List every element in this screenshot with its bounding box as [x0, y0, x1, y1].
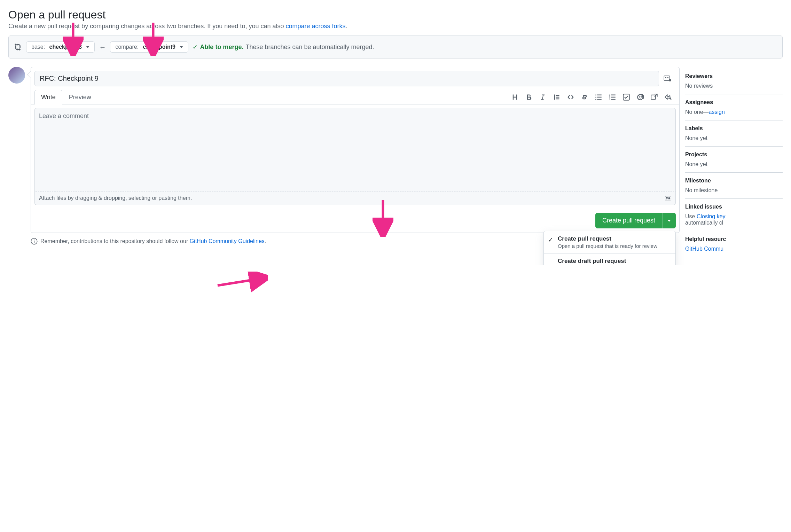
base-label: base: [31, 44, 45, 50]
create-pr-dropdown: ✓ Create pull request Open a pull reques… [543, 231, 676, 265]
check-icon: ✓ [193, 43, 198, 51]
reply-icon[interactable] [665, 94, 672, 101]
guidelines-link[interactable]: GitHub Community Guidelines [190, 238, 265, 244]
page-subtitle: Create a new pull request by comparing c… [8, 23, 783, 30]
tab-write[interactable]: Write [34, 90, 62, 104]
svg-rect-18 [34, 241, 34, 243]
side-title: Linked issues [685, 204, 783, 210]
assignees-pre: No one— [685, 109, 709, 115]
svg-point-2 [595, 96, 596, 97]
guidelines-pre: Remember, contributions to this reposito… [40, 238, 190, 244]
subtitle-text: Create a new pull request by comparing c… [8, 23, 285, 30]
merge-rest-label: These branches can be automatically merg… [245, 44, 374, 51]
comment-box: Write Preview 123 [31, 67, 680, 233]
side-content: No milestone [685, 187, 783, 194]
sidebar-reviewers[interactable]: Reviewers No reviews [685, 68, 783, 94]
tab-preview[interactable]: Preview [62, 90, 98, 104]
svg-rect-6 [597, 99, 602, 100]
create-pr-button-group: Create pull request [595, 213, 676, 228]
svg-rect-5 [597, 96, 602, 97]
subtitle-post: . [346, 23, 347, 30]
branch-compare-bar: base: checkpoint8 ← compare: checkpoint9… [8, 36, 783, 58]
merge-able-label: Able to merge. [200, 44, 243, 51]
merge-status: ✓ Able to merge. These branches can be a… [193, 43, 374, 51]
side-title: Reviewers [685, 73, 783, 79]
heading-icon[interactable] [511, 94, 518, 101]
svg-rect-4 [597, 94, 602, 95]
compare-branch-button[interactable]: compare: checkpoint9 [110, 41, 188, 53]
svg-point-1 [595, 94, 596, 95]
side-content: GitHub Commu [685, 246, 783, 252]
side-title: Projects [685, 151, 783, 158]
assign-self-link[interactable]: assign [709, 109, 725, 115]
code-icon[interactable] [567, 94, 574, 101]
markdown-icon [665, 195, 671, 201]
italic-icon[interactable] [539, 94, 546, 101]
community-link[interactable]: GitHub Commu [685, 246, 723, 252]
dd-title: Create draft pull request [558, 258, 671, 265]
sidebar-helpful: Helpful resourc GitHub Commu [685, 231, 783, 257]
pr-title-input[interactable] [34, 71, 659, 86]
check-icon: ✓ [548, 236, 553, 244]
sidebar: Reviewers No reviews Assignees No one—as… [685, 68, 783, 257]
svg-text:3: 3 [609, 97, 610, 100]
info-icon [31, 238, 38, 245]
dropdown-create-pr[interactable]: ✓ Create pull request Open a pull reques… [544, 231, 675, 253]
side-content: None yet [685, 135, 783, 141]
side-title: Milestone [685, 178, 783, 184]
dropdown-create-draft[interactable]: Create draft pull request Cannot be merg… [544, 253, 675, 265]
create-pr-button[interactable]: Create pull request [595, 213, 662, 228]
cross-ref-icon[interactable] [651, 94, 658, 101]
compare-forks-link[interactable]: compare across forks [285, 23, 345, 30]
ol-icon[interactable]: 123 [609, 94, 616, 101]
page-title: Open a pull request [8, 8, 783, 21]
closing-keywords-link[interactable]: Closing key [697, 213, 726, 219]
dd-title: Create pull request [558, 235, 671, 242]
side-content: None yet [685, 161, 783, 167]
bold-icon[interactable] [525, 94, 532, 101]
linked-post: automatically cl [685, 220, 723, 226]
side-title: Labels [685, 125, 783, 132]
side-content: No one—assign [685, 109, 783, 115]
attach-row[interactable]: Attach files by dragging & dropping, sel… [34, 191, 676, 205]
tabs-row: Write Preview 123 [31, 90, 679, 104]
markdown-toolbar: 123 [511, 94, 676, 101]
compare-label: compare: [115, 44, 139, 50]
svg-rect-11 [611, 96, 616, 97]
copilot-icon[interactable] [662, 73, 673, 84]
base-branch-button[interactable]: base: checkpoint8 [26, 41, 95, 53]
svg-rect-0 [669, 79, 671, 81]
arrow-left-icon: ← [99, 43, 106, 51]
mention-icon[interactable] [637, 94, 644, 101]
side-title: Helpful resourc [685, 236, 783, 242]
attach-text: Attach files by dragging & dropping, sel… [39, 195, 192, 201]
sidebar-milestone[interactable]: Milestone No milestone [685, 173, 783, 199]
quote-icon[interactable] [553, 94, 560, 101]
svg-rect-10 [611, 94, 616, 95]
compare-value: checkpoint9 [143, 44, 175, 50]
linked-pre: Use [685, 213, 697, 219]
side-title: Assignees [685, 99, 783, 105]
dd-desc: Open a pull request that is ready for re… [558, 243, 671, 249]
sidebar-labels[interactable]: Labels None yet [685, 120, 783, 147]
ul-icon[interactable] [595, 94, 602, 101]
comment-textarea[interactable]: Leave a comment [34, 108, 676, 191]
svg-point-17 [34, 240, 35, 241]
git-compare-icon [14, 43, 22, 51]
side-content: No reviews [685, 83, 783, 89]
sidebar-projects[interactable]: Projects None yet [685, 147, 783, 173]
svg-point-3 [595, 99, 596, 100]
svg-rect-14 [651, 95, 656, 99]
sidebar-assignees[interactable]: Assignees No one—assign [685, 94, 783, 120]
side-content: Use Closing key automatically cl [685, 213, 783, 226]
base-value: checkpoint8 [49, 44, 82, 50]
sidebar-linked-issues[interactable]: Linked issues Use Closing key automatica… [685, 199, 783, 231]
avatar[interactable] [8, 67, 25, 84]
svg-rect-12 [611, 99, 616, 100]
create-pr-caret-button[interactable] [662, 213, 676, 228]
guidelines-post: . [265, 238, 266, 244]
link-icon[interactable] [581, 94, 588, 101]
tasklist-icon[interactable] [623, 94, 630, 101]
